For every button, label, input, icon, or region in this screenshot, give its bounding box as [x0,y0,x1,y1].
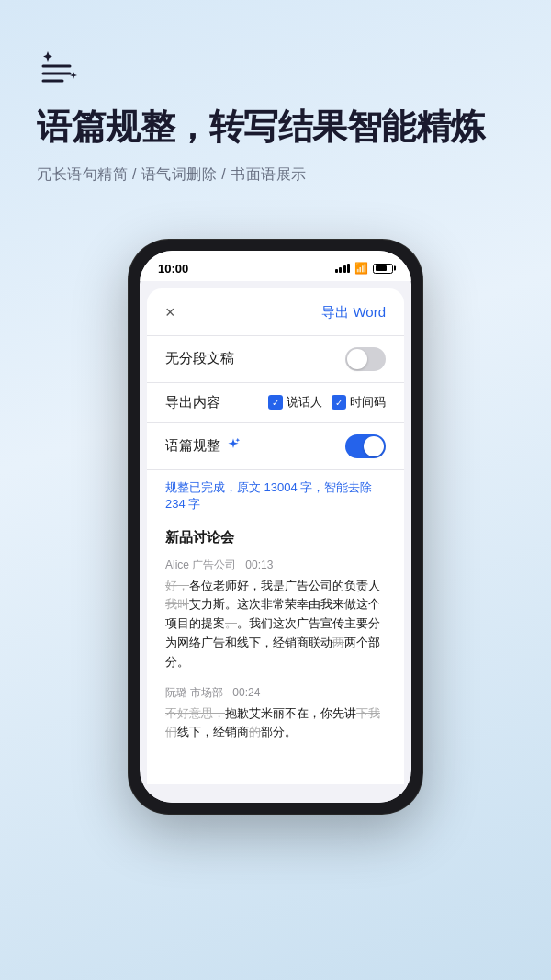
transcript1-strike0: 好， [165,579,189,592]
app-logo-icon [37,44,81,81]
speaker1-time: 00:13 [245,558,273,571]
export-options: ✓ 说话人 ✓ 时间码 [268,394,386,411]
speaker1-info: Alice 广告公司 00:13 [165,558,386,573]
transcript-area: 新品讨论会 Alice 广告公司 00:13 好，各位老师好，我是广告公司的负责… [147,522,404,771]
transcript2: 不好意思，抱歉艾米丽不在，你先讲下我们线下，经销商的部分。 [165,704,386,743]
transcript1-mid: 艾力斯。这次非常荣幸由我来做这个项目的提案。。我们这次广告宣传主要分为网络广告和… [165,597,380,668]
transcript2-strike0: 不好意思， [165,706,225,720]
timestamp-label: 时间码 [350,394,386,411]
status-right: 📶 [335,262,394,275]
export-content-label: 导出内容 [165,394,220,411]
speaker2-info: 阮璐 市场部 00:24 [165,685,386,701]
main-title: 语篇规整，转写结果智能精炼 [37,107,514,149]
signal-icon [335,264,351,273]
transcript-polish-label-group: 语篇规整 [165,437,241,455]
speaker-checkbox-item[interactable]: ✓ 说话人 [268,394,322,411]
sparkle-icon [226,437,241,455]
timestamp-checkbox[interactable]: ✓ [332,395,346,410]
transcript1: 好，各位老师好，我是广告公司的负责人我叫艾力斯。这次非常荣幸由我来做这个项目的提… [165,577,386,672]
transcript1-pre: 各位老师好，我是广告公司的负责人 [189,579,380,592]
phone-frame: 10:00 📶 × [129,240,422,815]
modal-container: × 导出 Word 无分段文稿 导出内容 ✓ 说话人 [147,288,404,785]
battery-icon [373,264,393,274]
transcript2-mid: 抱歉艾米丽不在，你先讲 [225,706,356,720]
bottom-bar [140,784,411,803]
export-word-button[interactable]: 导出 Word [321,304,386,321]
transcript2-strike2: 的 [249,725,261,738]
status-time: 10:00 [158,262,188,276]
status-message: 规整已完成，原文 13004 字，智能去除 234 字 [147,470,404,522]
wifi-icon: 📶 [354,262,368,275]
export-content-row: 导出内容 ✓ 说话人 ✓ 时间码 [147,383,404,423]
phone-mockup: 10:00 📶 × [0,240,551,815]
timestamp-checkbox-item[interactable]: ✓ 时间码 [332,394,386,411]
speaker-label: 说话人 [287,394,322,411]
modal-header: × 导出 Word [147,288,404,336]
status-bar: 10:00 📶 [140,251,411,281]
speaker-checkbox[interactable]: ✓ [268,395,283,410]
transcript2-fin: 部分。 [261,725,297,738]
close-button[interactable]: × [165,303,175,322]
subtitle: 冗长语句精简 / 语气词删除 / 书面语展示 [37,165,514,185]
transcript-polish-row: 语篇规整 [147,423,404,470]
transcript1-strike1: 我叫 [165,597,189,611]
speaker1-name: Alice 广告公司 [165,558,236,571]
meeting-title: 新品讨论会 [165,529,386,546]
transcript2-end: 线下，经销商 [177,725,249,738]
speaker2-time: 00:24 [232,686,260,699]
phone-screen: 10:00 📶 × [140,251,411,804]
no-paragraph-toggle[interactable] [345,347,386,371]
status-text: 规整已完成，原文 13004 字，智能去除 234 字 [165,480,372,511]
no-paragraph-row: 无分段文稿 [147,336,404,383]
no-paragraph-label: 无分段文稿 [165,350,234,367]
transcript-polish-label: 语篇规整 [165,437,220,455]
transcript-polish-toggle[interactable] [345,434,386,458]
speaker2-name: 阮璐 市场部 [165,686,223,699]
